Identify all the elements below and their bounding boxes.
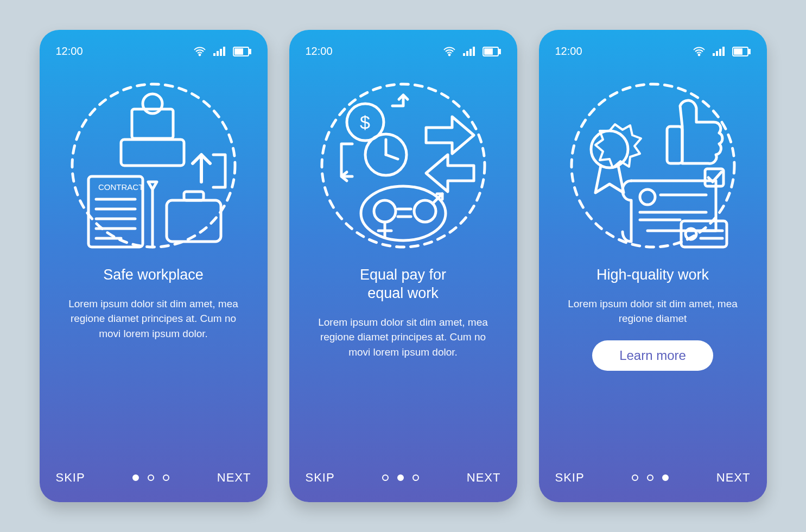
- equal-pay-illustration: $: [306, 71, 501, 261]
- battery-icon: [233, 47, 251, 56]
- svg-text:CONTRACT: CONTRACT: [98, 182, 143, 192]
- svg-rect-10: [121, 140, 184, 166]
- signal-icon: [463, 47, 475, 56]
- svg-line-34: [386, 155, 398, 159]
- svg-point-43: [698, 54, 700, 55]
- dot-1[interactable]: [132, 474, 139, 481]
- content-area: High-quality work Lorem ipsum dolor sit …: [555, 261, 751, 471]
- dot-3[interactable]: [163, 474, 169, 481]
- signal-icon: [713, 47, 725, 56]
- dot-3[interactable]: [412, 474, 419, 481]
- screen-description: Lorem ipsum dolor sit dim amet, mea regi…: [67, 296, 240, 341]
- svg-rect-25: [473, 47, 475, 56]
- status-icons: [443, 47, 501, 56]
- page-indicator: [382, 474, 419, 481]
- safe-workplace-illustration: CONTRACT: [56, 71, 251, 261]
- dot-3[interactable]: [662, 474, 669, 481]
- wifi-icon: [693, 47, 705, 56]
- wifi-icon: [443, 47, 455, 56]
- svg-rect-7: [235, 49, 243, 54]
- svg-rect-44: [713, 53, 715, 56]
- screen-title: Equal pay for equal work: [316, 266, 490, 303]
- svg-rect-24: [469, 49, 472, 56]
- status-bar: 12:00: [555, 45, 751, 58]
- status-icons: [194, 47, 251, 56]
- svg-rect-58: [681, 221, 727, 247]
- svg-rect-3: [220, 49, 222, 56]
- svg-point-21: [448, 54, 450, 55]
- svg-rect-53: [667, 126, 682, 163]
- next-button[interactable]: NEXT: [217, 471, 251, 485]
- svg-rect-22: [463, 53, 465, 56]
- screen-title: Safe workplace: [67, 266, 240, 284]
- svg-rect-1: [213, 53, 215, 56]
- svg-rect-27: [499, 49, 500, 54]
- status-bar: 12:00: [306, 45, 501, 58]
- screen-description: Lorem ipsum dolor sit dim amet, mea regi…: [316, 315, 490, 360]
- svg-point-51: [572, 84, 734, 247]
- next-button[interactable]: NEXT: [716, 471, 751, 485]
- dot-2[interactable]: [397, 474, 404, 481]
- wifi-icon: [194, 47, 206, 56]
- high-quality-illustration: [555, 71, 751, 261]
- svg-rect-28: [485, 49, 492, 54]
- svg-text:$: $: [360, 112, 370, 132]
- page-indicator: [632, 474, 669, 481]
- svg-rect-45: [716, 51, 718, 56]
- svg-rect-46: [719, 49, 721, 56]
- nav-row: SKIP NEXT: [306, 471, 501, 485]
- screen-description: Lorem ipsum dolor sit dim amet, mea regi…: [566, 296, 740, 326]
- svg-rect-49: [748, 49, 750, 54]
- svg-rect-23: [466, 51, 468, 56]
- skip-button[interactable]: SKIP: [555, 471, 585, 485]
- dot-1[interactable]: [382, 474, 389, 481]
- svg-rect-47: [722, 47, 725, 56]
- content-area: Safe workplace Lorem ipsum dolor sit dim…: [56, 261, 251, 471]
- svg-point-0: [199, 54, 200, 55]
- next-button[interactable]: NEXT: [467, 471, 501, 485]
- signal-icon: [213, 47, 225, 56]
- svg-rect-50: [734, 49, 742, 54]
- status-time: 12:00: [306, 45, 333, 58]
- status-icons: [693, 47, 751, 56]
- dot-2[interactable]: [647, 474, 653, 481]
- battery-icon: [732, 47, 751, 56]
- dot-1[interactable]: [632, 474, 638, 481]
- content-area: Equal pay for equal work Lorem ipsum dol…: [306, 261, 501, 471]
- skip-button[interactable]: SKIP: [56, 471, 85, 485]
- onboarding-screen-1: 12:00 CONTRACT: [40, 30, 268, 502]
- svg-rect-4: [223, 47, 225, 56]
- screen-title: High-quality work: [566, 266, 740, 284]
- nav-row: SKIP NEXT: [56, 471, 251, 485]
- page-indicator: [132, 474, 169, 481]
- svg-rect-20: [184, 192, 204, 200]
- skip-button[interactable]: SKIP: [306, 471, 335, 485]
- status-time: 12:00: [56, 45, 83, 58]
- svg-rect-6: [249, 49, 251, 54]
- onboarding-screen-2: 12:00 $: [289, 30, 517, 502]
- svg-point-54: [640, 189, 655, 205]
- svg-point-11: [143, 94, 162, 113]
- nav-row: SKIP NEXT: [555, 471, 751, 485]
- status-bar: 12:00: [56, 45, 251, 58]
- battery-icon: [483, 47, 501, 56]
- svg-rect-2: [217, 51, 219, 56]
- svg-point-36: [374, 200, 396, 222]
- dot-2[interactable]: [148, 474, 154, 481]
- onboarding-screen-3: 12:00: [539, 30, 767, 502]
- status-time: 12:00: [555, 45, 582, 58]
- learn-more-button[interactable]: Learn more: [592, 340, 713, 371]
